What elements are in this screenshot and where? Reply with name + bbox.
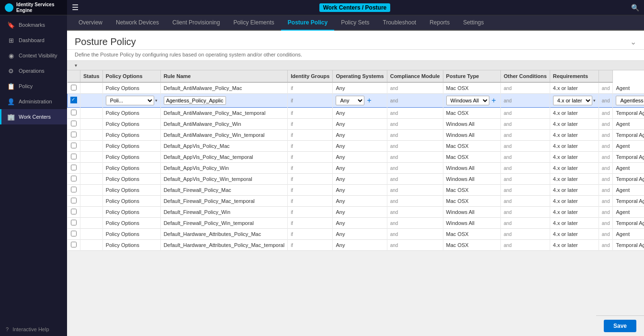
row-posture-type: Agent xyxy=(613,185,644,196)
row-checkbox-cell[interactable] xyxy=(68,119,80,130)
row-policy-options: Policy Options xyxy=(102,240,160,251)
row-checkbox-cell[interactable] xyxy=(68,207,80,218)
row-if-connector: if xyxy=(288,152,333,163)
row-policy-options[interactable]: Poli... Policy Options ▾ xyxy=(102,94,160,108)
row-rule-name: Default_AntiMalware_Policy_Mac xyxy=(160,82,288,94)
row-checkbox-cell[interactable] xyxy=(68,130,80,141)
row-checkbox[interactable] xyxy=(71,110,77,115)
identity-groups-select[interactable]: Any xyxy=(336,96,364,105)
row-checkbox[interactable] xyxy=(71,231,77,236)
table-body: Policy Options Default_AntiMalware_Polic… xyxy=(68,82,644,251)
row-and-2: and xyxy=(500,174,550,185)
sidebar-item-work-centers[interactable]: 🏢 Work Centers xyxy=(0,109,67,124)
row-checkbox[interactable] xyxy=(71,209,77,214)
table-row: Policy Options Default_Hardware_Attribut… xyxy=(68,229,644,240)
sidebar-item-interactive-help[interactable]: ? Interactive Help xyxy=(0,323,67,336)
sidebar-item-operations[interactable]: ⚙ Operations xyxy=(0,63,67,78)
row-checkbox-cell[interactable] xyxy=(68,141,80,152)
row-operating-systems: Mac OSX xyxy=(443,229,500,240)
save-button[interactable]: Save xyxy=(604,320,636,332)
row-posture-type: Agent xyxy=(613,163,644,174)
row-and-2: and xyxy=(500,119,550,130)
sidebar: Identity Services Engine 🔖 Bookmarks ⊞ D… xyxy=(0,0,67,336)
tab-network-devices[interactable]: Network Devices xyxy=(109,15,166,31)
hamburger-menu[interactable]: ☰ xyxy=(72,3,79,12)
row-checkbox-cell[interactable] xyxy=(68,94,80,108)
compliance-module-select[interactable]: 4.x or later xyxy=(553,96,592,105)
row-policy-options: Policy Options xyxy=(102,130,160,141)
row-checkbox-cell[interactable] xyxy=(68,163,80,174)
row-checkbox-cell[interactable] xyxy=(68,240,80,251)
row-and-2: and xyxy=(500,218,550,229)
row-checkbox-cell[interactable] xyxy=(68,152,80,163)
table-row: Policy Options Default_Firewall_Policy_W… xyxy=(68,218,644,229)
row-posture-type[interactable]: Agentless Agent Temporal Agent ▾ xyxy=(613,94,644,108)
row-checkbox-cell[interactable] xyxy=(68,218,80,229)
row-checkbox[interactable] xyxy=(71,220,77,225)
collapse-bar[interactable]: ▾ xyxy=(67,61,644,70)
expand-icon[interactable]: ⌄ xyxy=(630,37,636,46)
sidebar-item-context-visibility[interactable]: ◉ Context Visibility xyxy=(0,48,67,63)
row-and-3: and xyxy=(599,163,613,174)
row-operating-systems[interactable]: Windows All Mac OSX + xyxy=(443,94,500,108)
policy-options-select[interactable]: Poli... Policy Options xyxy=(106,96,154,105)
row-and-1: and xyxy=(387,163,443,174)
row-compliance-module: 4.x or later xyxy=(550,240,599,251)
tab-policy-sets[interactable]: Policy Sets xyxy=(334,15,376,31)
row-and-1: and xyxy=(387,218,443,229)
row-checkbox-cell[interactable] xyxy=(68,82,80,94)
row-identity-groups: Any xyxy=(333,119,387,130)
sidebar-item-policy[interactable]: 📋 Policy xyxy=(0,78,67,94)
row-checkbox[interactable] xyxy=(71,132,77,137)
row-checkbox-cell[interactable] xyxy=(68,196,80,207)
row-checkbox[interactable] xyxy=(71,154,77,159)
sidebar-item-label-help: Interactive Help xyxy=(12,326,49,332)
row-checkbox[interactable] xyxy=(71,121,77,126)
sidebar-item-administration[interactable]: 👤 Administration xyxy=(0,94,67,109)
row-and-2: and xyxy=(500,94,550,108)
row-if-connector: if xyxy=(288,82,333,94)
row-checkbox[interactable] xyxy=(71,143,77,148)
sidebar-item-label-dashboard: Dashboard xyxy=(19,37,45,43)
row-posture-type: Temporal Agent xyxy=(613,108,644,119)
row-identity-groups[interactable]: Any + xyxy=(333,94,387,108)
row-checkbox-checked[interactable] xyxy=(70,97,77,103)
rule-name-input[interactable] xyxy=(164,96,226,105)
row-checkbox[interactable] xyxy=(71,85,77,90)
sidebar-item-label-work-centers: Work Centers xyxy=(19,114,51,120)
sidebar-item-bookmarks[interactable]: 🔖 Bookmarks xyxy=(0,17,67,33)
row-checkbox[interactable] xyxy=(71,242,77,247)
row-and-1: and xyxy=(387,108,443,119)
tab-settings[interactable]: Settings xyxy=(456,15,490,31)
os-add-button[interactable]: + xyxy=(490,96,497,105)
tab-client-provisioning[interactable]: Client Provisioning xyxy=(166,15,226,31)
row-and-3: and xyxy=(599,141,613,152)
row-checkbox-cell[interactable] xyxy=(68,174,80,185)
row-checkbox-cell[interactable] xyxy=(68,229,80,240)
row-identity-groups: Any xyxy=(333,218,387,229)
tab-troubleshoot[interactable]: Troubleshoot xyxy=(376,15,423,31)
breadcrumb: Work Centers / Posture xyxy=(319,3,390,12)
row-and-2: and xyxy=(500,141,550,152)
tab-overview[interactable]: Overview xyxy=(72,15,109,31)
row-checkbox-cell[interactable] xyxy=(68,108,80,119)
row-checkbox[interactable] xyxy=(71,198,77,203)
row-and-3: and xyxy=(599,94,613,108)
sidebar-item-dashboard[interactable]: ⊞ Dashboard xyxy=(0,33,67,48)
posture-type-select[interactable]: Agentless Agent Temporal Agent xyxy=(616,96,644,105)
row-compliance-module[interactable]: 4.x or later ▾ xyxy=(550,94,599,108)
row-and-3: and xyxy=(599,218,613,229)
row-checkbox[interactable] xyxy=(71,187,77,192)
row-rule-name[interactable] xyxy=(160,94,288,108)
search-icon[interactable]: 🔍 xyxy=(631,4,639,11)
tab-reports[interactable]: Reports xyxy=(423,15,456,31)
operating-systems-select[interactable]: Windows All Mac OSX xyxy=(446,96,489,105)
row-checkbox[interactable] xyxy=(71,165,77,170)
tab-posture-policy[interactable]: Posture Policy xyxy=(281,15,334,31)
row-rule-name: Default_Firewall_Policy_Win_temporal xyxy=(160,218,288,229)
tab-policy-elements[interactable]: Policy Elements xyxy=(226,15,281,31)
identity-groups-add-button[interactable]: + xyxy=(365,96,373,105)
row-checkbox-cell[interactable] xyxy=(68,185,80,196)
table-row: Policy Options Default_AntiMalware_Polic… xyxy=(68,82,644,94)
row-checkbox[interactable] xyxy=(71,176,77,181)
